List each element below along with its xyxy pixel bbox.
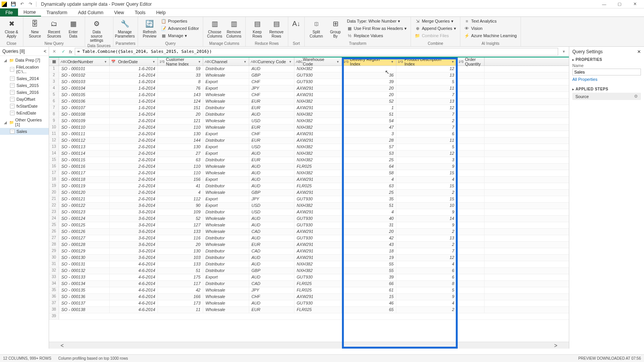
cell-ordernumber[interactable]: SO - 000130 [59,255,110,261]
cell-orderdate[interactable]: 3-6-2014 [110,248,158,254]
cell-orderdate[interactable]: 3-6-2014 [110,209,158,215]
cell-currency[interactable]: CHF [249,131,294,137]
cell-orderdate[interactable]: 1-6-2014 [110,92,158,98]
datatype-button[interactable]: Data Type: Whole Number ▾ [345,18,408,25]
cell-customer-index[interactable]: 121 [158,118,203,124]
cell-product-index[interactable]: 2 [396,242,457,248]
cell-channel[interactable]: Export [203,79,249,85]
cell-currency[interactable]: CHF [249,92,294,98]
cell-product-index[interactable]: 13 [396,72,457,79]
cell-order-qty[interactable] [457,300,485,306]
cell-order-qty[interactable] [457,72,485,79]
cell-order-qty[interactable] [457,164,485,170]
cell-ordernumber[interactable]: SO - 000124 [59,216,110,222]
table-row[interactable]: 35SO - 0001354-6-201442WholesaleJPYFLR02… [49,287,569,294]
cell-orderdate[interactable]: 3-6-2014 [110,216,158,222]
close-button[interactable]: ✕ [627,0,642,8]
cell-channel[interactable]: Distributor [203,268,249,274]
cell-orderdate[interactable]: 4-6-2014 [110,274,158,280]
cell-orderdate[interactable]: 2-6-2014 [110,190,158,196]
cell-channel[interactable]: Export [203,196,249,202]
cell-customer-index[interactable]: 130 [158,131,203,137]
filter-dropdown-icon[interactable]: ▾ [288,59,292,64]
cell-delivery-index[interactable]: 4 [342,209,396,215]
cell-warehouse[interactable]: GUT930 [294,79,342,85]
cell-customer-index[interactable]: 127 [158,222,203,228]
query-item[interactable]: fxStartDate [0,103,49,110]
cell-order-qty[interactable] [457,177,485,183]
cell-order-qty[interactable] [457,170,485,176]
cell-product-index[interactable]: 7 [396,124,457,131]
cell-warehouse[interactable]: NXH382 [294,170,342,176]
vision-button[interactable]: 👁Vision [463,25,518,32]
filter-dropdown-icon[interactable]: ▾ [451,59,455,64]
cell-warehouse[interactable]: NXH382 [294,144,342,150]
cell-ordernumber[interactable]: SO - 000101 [59,66,110,72]
table-row[interactable]: 15SO - 0001152-6-201463DistributorEURNXH… [49,157,569,164]
cell-order-qty[interactable] [457,92,485,98]
cell-orderdate[interactable]: 1-6-2014 [110,105,158,111]
close-settings-icon[interactable]: ✕ [637,49,641,54]
cell-orderdate[interactable]: 2-6-2014 [110,177,158,183]
cell-ordernumber[interactable]: SO - 000137 [59,300,110,306]
table-row[interactable]: 8SO - 0001081-6-201420DistributorAUDNXH3… [49,111,569,118]
remove-columns-button[interactable]: ▥Remove Columns [225,18,243,39]
cell-currency[interactable]: CAD [249,248,294,254]
table-row[interactable]: 30SO - 0001303-6-2014103DistributorAUDAX… [49,255,569,261]
cell-ordernumber[interactable]: SO - 000114 [59,151,110,157]
cell-channel[interactable]: Export [203,151,249,157]
cell-ordernumber[interactable]: SO - 000116 [59,164,110,170]
cell-channel[interactable]: Wholesale [203,222,249,228]
table-row[interactable]: 25SO - 0001253-6-2014127WholesaleAUDGUT9… [49,222,569,229]
cell-orderdate[interactable]: 3-6-2014 [110,229,158,235]
cell-product-index[interactable]: 5 [396,287,457,293]
cell-orderdate[interactable]: 1-6-2014 [110,79,158,85]
cell-delivery-index[interactable]: 40 [342,216,396,222]
filter-dropdown-icon[interactable]: ▾ [151,59,156,64]
cell-currency[interactable]: GBP [249,190,294,196]
cell-product-index[interactable]: 11 [396,138,457,144]
cell-delivery-index[interactable]: 55 [342,261,396,267]
cell-orderdate[interactable]: 4-6-2014 [110,268,158,274]
col-delivery-region-index[interactable]: 1²3Delivery Region Index▾ [342,57,396,66]
cell-warehouse[interactable]: FLR025 [294,287,342,293]
cell-currency[interactable]: AUD [249,111,294,118]
cell-channel[interactable]: Wholesale [203,300,249,306]
cell-customer-index[interactable]: 133 [158,261,203,267]
save-icon[interactable]: 💾 [10,1,16,7]
cell-channel[interactable]: Wholesale [203,118,249,124]
cell-warehouse[interactable]: FLR025 [294,164,342,170]
cell-ordernumber[interactable]: SO - 000106 [59,98,110,105]
cell-delivery-index[interactable]: 51 [342,111,396,118]
col-ordernumber[interactable]: ABCOrderNumber▾ [59,57,110,66]
cancel-formula-icon[interactable]: ✕ [51,48,58,55]
cell-delivery-index[interactable]: 57 [342,144,396,150]
cell-channel[interactable]: Distributor [203,235,249,241]
cell-delivery-index[interactable] [342,66,396,72]
cell-order-qty[interactable] [457,248,485,254]
split-column-button[interactable]: ⎅Split Column [307,18,325,39]
cell-order-qty[interactable] [457,222,485,228]
keep-rows-button[interactable]: ▤Keep Rows [248,18,266,39]
tab-view[interactable]: View [109,8,130,16]
cell-delivery-index[interactable]: 25 [342,157,396,163]
cell-order-qty[interactable] [457,255,485,261]
cell-product-index[interactable]: 12 [396,151,457,157]
table-row[interactable]: 1SO - 0001011-6-201459DistributorAUDNXH3… [49,66,569,72]
cell-delivery-index[interactable]: 46 [342,300,396,306]
cell-orderdate[interactable]: 4-6-2014 [110,261,158,267]
cell-channel[interactable]: Export [203,203,249,209]
datasource-settings-button[interactable]: ⚙Data source settings [87,18,106,43]
cell-product-index[interactable]: 2 [396,118,457,124]
tab-transform[interactable]: Transform [41,8,72,16]
cell-currency[interactable]: EUR [249,307,294,313]
accept-formula-icon[interactable]: ✓ [60,48,67,55]
cell-delivery-index[interactable]: 3 [342,131,396,137]
cell-delivery-index[interactable]: 63 [342,183,396,189]
append-queries-button[interactable]: ⊕Append Queries ▾ [413,25,458,32]
cell-channel[interactable]: Wholesale [203,170,249,176]
new-source-button[interactable]: 🗄New Source [26,18,44,39]
cell-ordernumber[interactable]: SO - 000122 [59,203,110,209]
cell-currency[interactable]: USD [249,203,294,209]
query-name-input[interactable] [572,69,641,75]
